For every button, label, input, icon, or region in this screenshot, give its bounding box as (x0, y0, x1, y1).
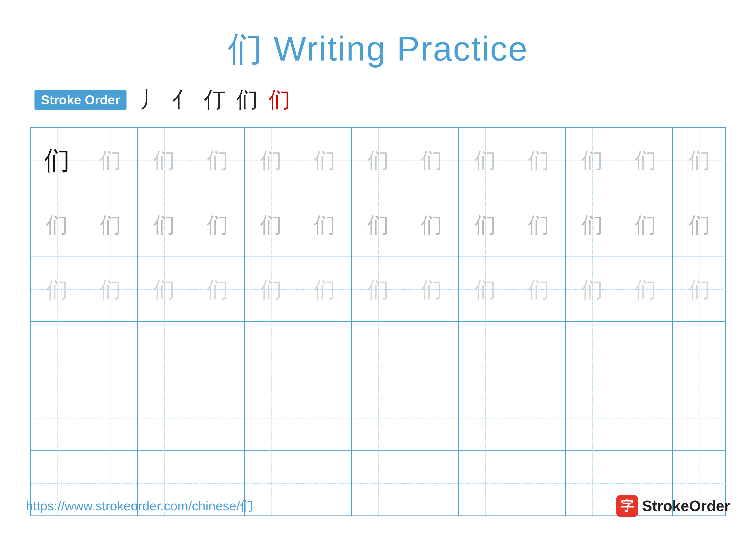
grid-cell-r2-c13: 们 (673, 192, 726, 257)
stroke-order-badge: Stroke Order (35, 90, 126, 110)
char-guide: 们 (260, 214, 282, 236)
grid-cell-r4-c5[interactable] (245, 321, 298, 386)
char-guide: 们 (528, 214, 550, 236)
grid-cell-r2-c10: 们 (512, 192, 566, 257)
grid-cell-r5-c4[interactable] (191, 386, 245, 451)
title-area: 们 Writing Practice (26, 26, 730, 72)
grid-cell-r2-c2: 们 (84, 192, 138, 257)
grid-cell-r1-c12: 们 (619, 128, 673, 192)
char-guide: 们 (689, 279, 710, 300)
grid-cell-r2-c11: 们 (566, 192, 619, 257)
grid-cell-r2-c4: 们 (191, 192, 245, 257)
grid-cell-r4-c2[interactable] (84, 321, 138, 386)
char-guide: 们 (153, 279, 175, 300)
grid-cell-r1-c10: 们 (512, 128, 566, 192)
char-guide: 们 (207, 149, 229, 171)
grid-cell-r3-c4: 们 (191, 257, 245, 321)
grid-cell-r5-c3[interactable] (138, 386, 191, 451)
char-guide: 们 (474, 279, 496, 300)
grid-cell-r3-c5: 们 (245, 257, 298, 321)
stroke-3: 仃 (204, 85, 226, 114)
grid-cell-r5-c12[interactable] (619, 386, 673, 451)
char-guide: 们 (100, 279, 121, 300)
grid-cell-r5-c2[interactable] (84, 386, 138, 451)
grid-cell-r1-c6: 们 (298, 128, 351, 192)
grid-cell-r5-c6[interactable] (298, 386, 351, 451)
char-guide: 们 (635, 279, 657, 300)
grid-cell-r1-c5: 们 (245, 128, 298, 192)
grid-row-4 (31, 321, 725, 386)
grid-cell-r1-c2: 们 (84, 128, 138, 192)
grid-cell-r4-c11[interactable] (566, 321, 619, 386)
char-guide: 们 (581, 214, 603, 236)
char-guide: 们 (689, 149, 710, 171)
grid-cell-r4-c13[interactable] (673, 321, 726, 386)
grid-cell-r3-c2: 们 (84, 257, 138, 321)
grid-cell-r4-c6[interactable] (298, 321, 351, 386)
char-guide: 们 (474, 214, 496, 236)
char-guide: 们 (528, 149, 550, 171)
grid-row-1: 们 们 们 们 们 们 们 们 们 (31, 128, 725, 192)
char-guide: 们 (689, 214, 710, 236)
char-guide: 们 (528, 279, 550, 300)
stroke-5: 们 (269, 85, 290, 114)
char-guide: 们 (153, 149, 175, 171)
grid-cell-r5-c10[interactable] (512, 386, 566, 451)
char-guide: 们 (581, 279, 603, 300)
grid-cell-r4-c4[interactable] (191, 321, 245, 386)
grid-cell-r2-c5: 们 (245, 192, 298, 257)
grid-cell-r5-c11[interactable] (566, 386, 619, 451)
grid-cell-r1-c11: 们 (566, 128, 619, 192)
char-guide: 们 (153, 214, 175, 236)
char-guide: 们 (421, 149, 443, 171)
grid-cell-r5-c9[interactable] (459, 386, 512, 451)
grid-cell-r2-c7: 们 (352, 192, 405, 257)
grid-cell-r5-c7[interactable] (352, 386, 405, 451)
strokeorder-icon: 字 (616, 495, 638, 517)
logo-char: 字 (621, 497, 634, 515)
stroke-2: 亻 (172, 85, 193, 114)
grid-cell-r5-c8[interactable] (405, 386, 459, 451)
char-guide: 们 (314, 214, 336, 236)
grid-cell-r3-c10: 们 (512, 257, 566, 321)
grid-cell-r2-c3: 们 (138, 192, 191, 257)
grid-cell-r2-c1: 们 (31, 192, 84, 257)
footer-url[interactable]: https://www.strokeorder.com/chinese/们 (26, 497, 253, 515)
char-guide: 们 (421, 214, 443, 236)
grid-cell-r4-c3[interactable] (138, 321, 191, 386)
char-guide: 们 (100, 214, 121, 236)
char-guide: 们 (635, 214, 657, 236)
grid-cell-r5-c13[interactable] (673, 386, 726, 451)
grid-row-2: 们 们 们 们 们 们 们 们 们 (31, 192, 725, 257)
stroke-order-row: Stroke Order 丿 亻 仃 们 们 (35, 85, 730, 114)
grid-cell-r2-c12: 们 (619, 192, 673, 257)
title-char: 们 (228, 29, 263, 68)
char-guide: 们 (421, 279, 443, 300)
char-guide: 们 (46, 279, 68, 300)
grid-cell-r4-c9[interactable] (459, 321, 512, 386)
grid-cell-r3-c12: 们 (619, 257, 673, 321)
grid-cell-r4-c10[interactable] (512, 321, 566, 386)
grid-cell-r1-c9: 们 (459, 128, 512, 192)
char-dark: 们 (44, 147, 70, 173)
char-guide: 们 (581, 149, 603, 171)
grid-cell-r1-c8: 们 (405, 128, 459, 192)
grid-cell-r3-c1: 们 (31, 257, 84, 321)
grid-cell-r5-c1[interactable] (31, 386, 84, 451)
page: 们 Writing Practice Stroke Order 丿 亻 仃 们 … (0, 0, 756, 534)
grid-cell-r4-c7[interactable] (352, 321, 405, 386)
practice-grid: 们 们 们 们 们 们 们 们 们 (30, 127, 726, 516)
stroke-chars: 丿 亻 仃 们 们 (139, 85, 290, 114)
char-guide: 们 (207, 279, 229, 300)
grid-cell-r4-c1[interactable] (31, 321, 84, 386)
grid-cell-r1-c4: 们 (191, 128, 245, 192)
grid-cell-r3-c8: 们 (405, 257, 459, 321)
grid-cell-r3-c9: 们 (459, 257, 512, 321)
grid-cell-r4-c12[interactable] (619, 321, 673, 386)
char-guide: 们 (314, 279, 336, 300)
grid-cell-r4-c8[interactable] (405, 321, 459, 386)
grid-cell-r3-c3: 们 (138, 257, 191, 321)
grid-cell-r5-c5[interactable] (245, 386, 298, 451)
grid-cell-r1-c1: 们 (31, 128, 84, 192)
char-guide: 们 (100, 149, 121, 171)
